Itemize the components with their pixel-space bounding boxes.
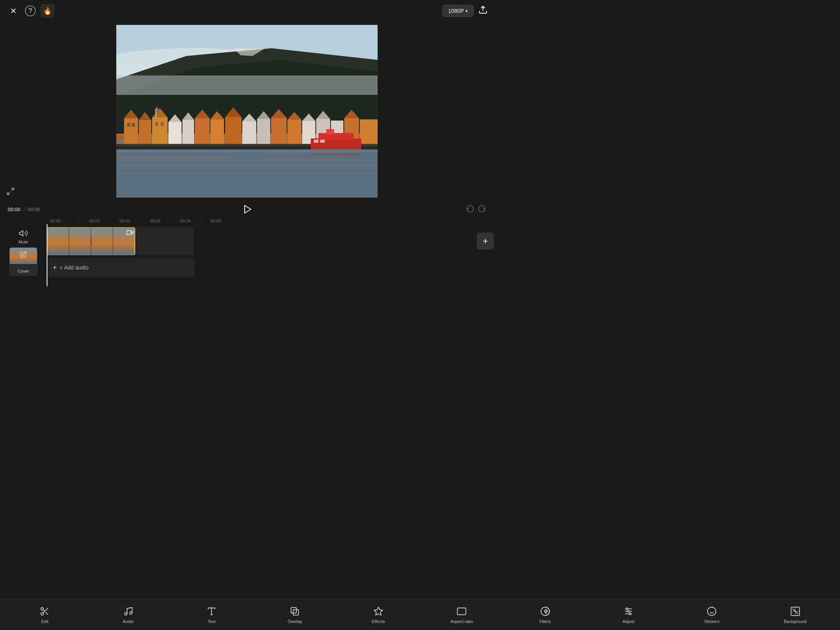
thumb-2 <box>69 228 91 255</box>
svg-rect-24 <box>242 121 256 145</box>
controls-row: 00:00 / 00:06 <box>0 201 494 218</box>
ruler-00: 00:00 <box>50 219 79 223</box>
time-display: 00:00 / 00:06 <box>8 206 40 212</box>
ruler-05: 00:05 <box>201 219 230 223</box>
redo-button[interactable] <box>478 204 486 215</box>
video-clip[interactable] <box>47 227 135 255</box>
empty-track <box>136 227 194 255</box>
svg-rect-8 <box>124 118 138 145</box>
upload-button[interactable] <box>478 5 488 17</box>
svg-rect-39 <box>360 119 378 145</box>
svg-rect-18 <box>195 118 210 145</box>
svg-rect-57 <box>116 173 378 173</box>
current-time: 00:00 <box>8 206 21 212</box>
svg-rect-20 <box>210 119 224 145</box>
plus-icon: + <box>53 264 56 271</box>
svg-rect-26 <box>257 119 270 145</box>
ruler-01: 00:01 <box>80 219 109 223</box>
svg-rect-53 <box>116 157 233 159</box>
total-time: 00:06 <box>28 206 40 212</box>
ruler-02: 00:02 <box>110 219 140 223</box>
svg-rect-16 <box>182 120 194 145</box>
help-button[interactable]: ? <box>25 5 36 16</box>
svg-rect-28 <box>271 118 287 145</box>
time-ruler: 00:00 • 00:01 • 00:02 • 00:03 • 00:04 • … <box>47 219 248 223</box>
svg-rect-22 <box>225 117 242 145</box>
svg-rect-49 <box>314 140 318 143</box>
app-logo: 🔥 <box>40 4 54 18</box>
svg-rect-7 <box>116 75 378 95</box>
preview-area <box>0 22 494 201</box>
video-track-icon <box>126 229 133 236</box>
svg-rect-12 <box>152 117 168 145</box>
thumb-1 <box>47 228 69 255</box>
svg-line-60 <box>11 188 14 191</box>
svg-rect-40 <box>127 123 130 127</box>
svg-rect-54 <box>264 159 342 160</box>
timeline-left: Mute Cover <box>0 226 47 278</box>
svg-rect-48 <box>326 129 334 135</box>
svg-rect-14 <box>168 122 182 145</box>
play-button[interactable] <box>242 204 252 215</box>
timeline-tracks: + + + Add audio <box>47 226 494 278</box>
header: ✕ ? 🔥 1080P ▾ <box>0 0 494 22</box>
video-track: + <box>47 227 494 255</box>
undo-button[interactable] <box>466 204 474 215</box>
svg-rect-41 <box>132 123 135 127</box>
svg-marker-62 <box>245 205 251 213</box>
add-audio-track[interactable]: + + Add audio <box>47 258 194 277</box>
clip-marker <box>91 236 92 246</box>
svg-rect-65 <box>127 231 131 235</box>
thumb-3 <box>91 228 113 255</box>
mute-label: Mute <box>19 240 28 244</box>
svg-rect-55 <box>311 153 361 155</box>
svg-rect-52 <box>116 150 378 152</box>
cover-thumbnail[interactable]: Cover <box>9 247 37 275</box>
quality-button[interactable]: 1080P ▾ <box>443 5 474 17</box>
svg-rect-10 <box>139 120 151 145</box>
mute-button[interactable]: Mute <box>19 229 28 244</box>
svg-rect-56 <box>116 165 378 166</box>
cover-label: Cover <box>18 269 29 273</box>
ruler-03: 00:03 <box>140 219 170 223</box>
add-audio-label: + Add audio <box>60 264 88 271</box>
close-button[interactable]: ✕ <box>6 4 20 18</box>
svg-rect-47 <box>318 133 354 140</box>
video-frame <box>116 25 378 198</box>
svg-marker-64 <box>131 231 133 234</box>
svg-line-61 <box>7 192 10 194</box>
timeline-section: Mute Cover <box>0 224 494 286</box>
add-clip-button[interactable]: + <box>477 233 494 250</box>
header-right: 1080P ▾ <box>443 5 488 17</box>
playhead <box>47 224 47 286</box>
undo-redo-controls <box>466 204 486 215</box>
svg-rect-30 <box>287 120 301 145</box>
fullscreen-button[interactable] <box>6 187 15 198</box>
svg-rect-42 <box>155 122 158 126</box>
svg-marker-63 <box>19 231 23 236</box>
ruler-04: 00:04 <box>171 219 200 223</box>
svg-rect-43 <box>161 122 164 126</box>
header-left: ✕ ? 🔥 <box>6 4 54 18</box>
trim-handle-right[interactable] <box>134 228 135 255</box>
svg-rect-50 <box>320 140 325 143</box>
video-preview <box>116 25 378 198</box>
